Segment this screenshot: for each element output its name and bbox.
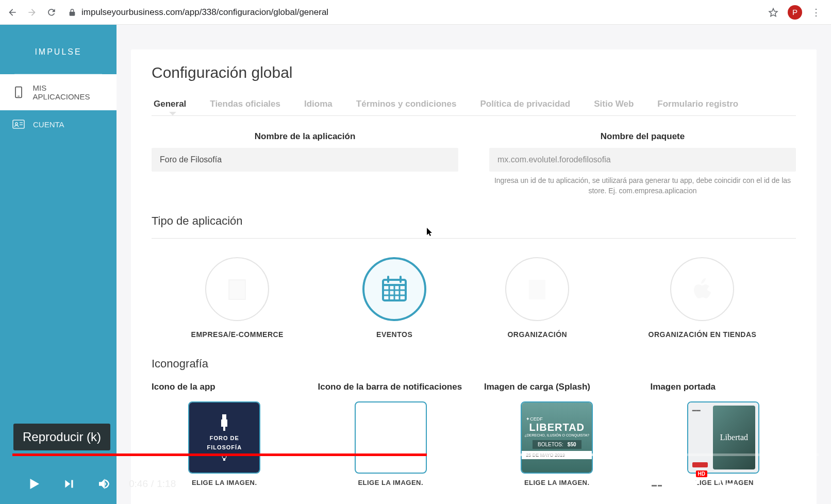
miniplayer-icon	[719, 478, 735, 490]
svg-rect-20	[650, 479, 663, 489]
page-title: Configuración global	[152, 49, 796, 81]
brand: IMPULSE	[14, 25, 102, 74]
tab-general[interactable]: General	[152, 93, 188, 115]
svg-rect-21	[652, 485, 657, 486]
miniplayer-button[interactable]	[717, 474, 737, 494]
icono-splash-preview[interactable]: ✦CEDF LIBERTAD ¿DERECHO, ILUSIÓN O CONQU…	[521, 401, 593, 474]
profile-avatar[interactable]: P	[788, 5, 802, 20]
icono-portada-preview[interactable]: Libertad ▬▬	[687, 401, 759, 474]
type-label: ORGANIZACIÓN EN TIENDAS	[649, 330, 757, 339]
sidebar-item-account[interactable]: CUENTA	[0, 110, 117, 138]
type-label: EVENTOS	[376, 330, 412, 339]
building-icon	[205, 257, 269, 321]
progress-bar[interactable]	[12, 453, 819, 456]
theater-button[interactable]	[752, 474, 772, 494]
type-empresa[interactable]: EMPRESA/E-COMMERCE	[191, 257, 284, 339]
player-controls: 0:46 / 1:18 HD	[12, 464, 819, 504]
volume-button[interactable]	[94, 474, 114, 494]
tab-formulario[interactable]: Formulario registro	[655, 93, 740, 115]
fist-icon	[217, 413, 231, 432]
icono-splash-title: Imagen de carga (Splash)	[484, 382, 630, 392]
phone-icon	[12, 88, 25, 97]
next-button[interactable]	[59, 474, 79, 494]
type-label: ORGANIZACIÓN	[507, 330, 567, 339]
sidebar-item-label: CUENTA	[33, 120, 64, 129]
tab-idioma[interactable]: Idioma	[302, 93, 335, 115]
theater-icon	[754, 478, 770, 490]
tab-sitio[interactable]: Sitio Web	[592, 93, 636, 115]
icono-notif-title: Icono de la barra de notificaciones	[318, 382, 464, 392]
fullscreen-button[interactable]	[787, 474, 807, 494]
next-icon	[62, 477, 76, 491]
type-label: EMPRESA/E-COMMERCE	[191, 330, 284, 339]
reload-button[interactable]	[45, 6, 58, 19]
main-content: Configuración global General Tiendas ofi…	[117, 25, 831, 504]
captions-button[interactable]	[646, 474, 667, 494]
svg-point-3	[15, 123, 18, 125]
browser-menu-button[interactable]: ⋮	[811, 7, 821, 18]
play-button[interactable]	[24, 474, 44, 494]
app-name-input[interactable]	[152, 148, 458, 172]
gear-icon	[685, 477, 699, 491]
reload-icon	[46, 7, 57, 18]
calendar-icon	[362, 257, 426, 321]
app-name-label: Nombre de la aplicación	[152, 131, 458, 142]
apple-icon	[670, 257, 734, 321]
bookmark-button[interactable]	[768, 7, 778, 18]
svg-rect-22	[658, 485, 662, 486]
svg-rect-24	[726, 483, 733, 488]
svg-rect-17	[529, 280, 545, 299]
building-icon	[505, 257, 569, 321]
type-eventos[interactable]: EVENTOS	[362, 257, 426, 339]
hd-badge: HD	[696, 471, 707, 477]
lock-icon	[68, 8, 76, 16]
tab-privacidad[interactable]: Política de privacidad	[478, 93, 572, 115]
type-organizacion[interactable]: ORGANIZACIÓN	[505, 257, 569, 339]
url-text: impulseyourbusiness.com/app/338/configur…	[81, 7, 328, 18]
tab-tiendas[interactable]: Tiendas oficiales	[208, 93, 282, 115]
package-help: Ingresa un id de tu aplicación, se utili…	[489, 176, 796, 196]
volume-icon	[96, 476, 112, 492]
icono-notif-preview[interactable]	[355, 401, 427, 474]
section-iconografia: Iconografía	[152, 357, 796, 371]
svg-rect-25	[755, 479, 769, 489]
play-icon	[26, 475, 42, 493]
sidebar-item-apps[interactable]: MIS APLICACIONES	[0, 74, 117, 110]
play-tooltip: Reproducir (k)	[13, 424, 110, 450]
svg-rect-1	[18, 96, 19, 96]
time-display: 0:46 / 1:18	[129, 478, 176, 490]
svg-rect-6	[229, 280, 245, 299]
section-type: Tipo de aplicación	[152, 214, 796, 239]
fullscreen-icon	[790, 477, 804, 491]
arrow-left-icon	[7, 7, 18, 18]
type-org-tiendas[interactable]: ORGANIZACIÓN EN TIENDAS	[649, 257, 757, 339]
browser-toolbar: impulseyourbusiness.com/app/338/configur…	[0, 0, 831, 25]
icono-portada-title: Imagen portada	[651, 382, 796, 392]
svg-rect-19	[223, 459, 225, 461]
progress-played	[12, 453, 427, 456]
package-input[interactable]	[489, 148, 796, 172]
sidebar-item-label: MIS APLICACIONES	[33, 83, 104, 101]
back-button[interactable]	[6, 6, 19, 19]
icono-app-title: Icono de la app	[152, 382, 297, 392]
tab-terminos[interactable]: Términos y condiciones	[354, 93, 459, 115]
arrow-right-icon	[27, 7, 37, 18]
address-bar[interactable]: impulseyourbusiness.com/app/338/configur…	[65, 7, 761, 18]
package-label: Nombre del paquete	[489, 131, 796, 142]
captions-icon	[649, 478, 664, 490]
icono-app-preview[interactable]: FORO DE FILOSOFÍA	[188, 401, 260, 474]
forward-button[interactable]	[26, 6, 38, 19]
settings-button[interactable]: HD	[682, 474, 702, 494]
svg-rect-2	[13, 120, 24, 128]
account-icon	[12, 120, 25, 129]
tabs: General Tiendas oficiales Idioma Término…	[152, 93, 796, 116]
